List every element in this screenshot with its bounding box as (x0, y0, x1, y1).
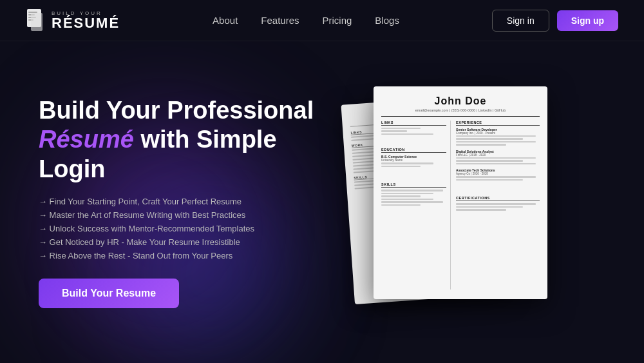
cta-button[interactable]: Build Your Resume (39, 279, 179, 308)
bullet-3: → Unlock Success with Mentor-Recommended… (39, 224, 322, 233)
bullet-2-text: → Master the Art of Resume Writing with … (39, 210, 245, 220)
col-left-section-3: SKILLS (381, 182, 446, 188)
hero-bullets: → Find Your Starting Point, Craft Your P… (39, 197, 322, 260)
bullet-5: → Rise Above the Rest - Stand Out from Y… (39, 251, 322, 260)
resume-col-left: LINKS EDUCATION B.S. Computer Science Un… (381, 121, 451, 289)
hero-right: John Doe LINKS WORK SKILLS (322, 41, 605, 363)
nav-link-features[interactable]: Features (261, 15, 299, 26)
logo-icon (26, 9, 46, 32)
resume-front-contact: email@example.com | (555) 000-0000 | Lin… (381, 108, 540, 112)
col-left-section-1: LINKS (381, 121, 446, 126)
logo-text: BUILD YOUR RÉSUMÉ (52, 11, 120, 30)
logo-big-text: RÉSUMÉ (52, 16, 120, 30)
hero-left: Build Your Professional Résumé with Simp… (39, 96, 322, 309)
nav-actions: Sign in Sign up (492, 10, 618, 32)
col-right-entry-2: Digital Solutions Analyst Firm LLC | 201… (456, 150, 540, 165)
resume-cols: LINKS EDUCATION B.S. Computer Science Un… (381, 121, 540, 289)
bullet-1-text: → Find Your Starting Point, Craft Your P… (39, 197, 242, 206)
nav-link-about[interactable]: About (213, 15, 238, 26)
hero-title-line1: Build Your Professional (39, 97, 314, 124)
resume-front-name: John Doe (381, 95, 540, 107)
resume-container: John Doe LINKS WORK SKILLS (341, 80, 586, 325)
nav-item-features[interactable]: Features (261, 15, 299, 26)
resume-front-header: John Doe email@example.com | (555) 000-0… (381, 95, 540, 117)
col-left-section-2: EDUCATION (381, 148, 446, 153)
logo[interactable]: BUILD YOUR RÉSUMÉ (26, 9, 120, 32)
col-left-entry-1: B.S. Computer Science University Name (381, 155, 446, 167)
bullet-4-text: → Get Noticed by HR - Make Your Resume I… (39, 237, 240, 247)
nav-item-blogs[interactable]: Blogs (375, 15, 399, 26)
nav-link-blogs[interactable]: Blogs (375, 15, 399, 26)
nav-item-about[interactable]: About (213, 15, 238, 26)
bullet-3-text: → Unlock Success with Mentor-Recommended… (39, 224, 254, 233)
hero-title: Build Your Professional Résumé with Simp… (39, 96, 322, 184)
col-right-entry-3: Associate Tech Solutions Agency Co | 201… (456, 168, 540, 181)
resume-col-right: EXPERIENCE Senior Software Developer Com… (455, 121, 540, 289)
bullet-1: → Find Your Starting Point, Craft Your P… (39, 197, 322, 206)
bullet-2: → Master the Art of Resume Writing with … (39, 210, 322, 220)
col-right-section-2: CERTIFICATIONS (456, 196, 540, 201)
hero-title-line3: Login (39, 155, 105, 182)
bullet-4: → Get Noticed by HR - Make Your Resume I… (39, 237, 322, 247)
svg-rect-1 (28, 12, 37, 13)
signup-button[interactable]: Sign up (557, 10, 618, 31)
col-right-section-1: EXPERIENCE (456, 121, 540, 126)
resume-card-front: John Doe email@example.com | (555) 000-0… (374, 86, 547, 299)
nav-links: About Features Pricing Blogs (213, 15, 399, 26)
hero-title-line2: with Simple (134, 126, 277, 153)
signin-button[interactable]: Sign in (492, 10, 549, 32)
nav-link-pricing[interactable]: Pricing (323, 15, 352, 26)
hero-title-highlight: Résumé (39, 126, 134, 153)
svg-rect-5 (31, 13, 43, 31)
col-right-entry-1: Senior Software Developer Company Inc. |… (456, 128, 540, 146)
navbar: BUILD YOUR RÉSUMÉ About Features Pricing… (0, 0, 644, 41)
bullet-5-text: → Rise Above the Rest - Stand Out from Y… (39, 251, 232, 260)
main-content: Build Your Professional Résumé with Simp… (0, 41, 644, 363)
nav-item-pricing[interactable]: Pricing (323, 15, 352, 26)
